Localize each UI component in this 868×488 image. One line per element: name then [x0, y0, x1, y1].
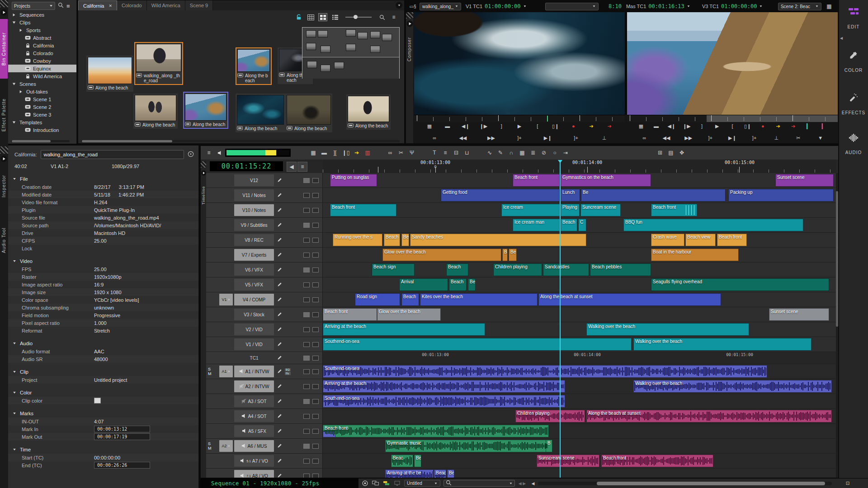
- timeline-clip[interactable]: Beach pebbles: [590, 263, 651, 276]
- track-select-button[interactable]: V10 / Notes: [234, 204, 274, 216]
- bin-tab-wild-america[interactable]: Wild America: [147, 0, 185, 10]
- property-value[interactable]: 00:00:17:19: [94, 433, 150, 440]
- extend-out-icon[interactable]: ]+: [514, 134, 525, 142]
- target-icon[interactable]: [188, 151, 194, 158]
- timeline-clip[interactable]: Be: [447, 469, 454, 478]
- bin-clip-tile[interactable]: Along the beach: [346, 94, 391, 130]
- track-header-v3[interactable]: V3 / Stock: [206, 307, 323, 322]
- track-clips-v10[interactable]: Beach frontIce creamPlayingSuncream scen…: [323, 203, 836, 217]
- mark-out-icon[interactable]: ]: [697, 122, 708, 130]
- track-header-a4[interactable]: A4 / SOT: [206, 409, 323, 423]
- source-clip-dropdown[interactable]: walking_along_: [420, 3, 461, 10]
- panel-play-button[interactable]: [0, 155, 8, 163]
- text-tool-icon[interactable]: T: [429, 148, 440, 158]
- timeline-clip[interactable]: B: [502, 249, 508, 261]
- sidebar-item-edit[interactable]: EDIT: [839, 7, 868, 29]
- pen-icon[interactable]: ✎: [495, 148, 506, 158]
- pencil-icon[interactable]: [275, 382, 283, 390]
- timeline-clip[interactable]: Suncream scene: [580, 204, 621, 216]
- timeline-clip[interactable]: Arriving at the beach: [323, 323, 485, 336]
- track-select-button[interactable]: A2 / INTVW: [234, 380, 274, 392]
- split-icon[interactable]: Ψ: [406, 148, 417, 158]
- timeline-clip[interactable]: Glow over the beach: [382, 249, 501, 261]
- timeline-clip[interactable]: BBQ fun: [623, 219, 803, 231]
- timeline-clip[interactable]: Getting food: [441, 189, 560, 202]
- bin-overview-window[interactable]: [302, 27, 400, 79]
- timeline-clip[interactable]: Arriving at the beach: [323, 380, 565, 393]
- collapse-arrow-icon[interactable]: ◀: [840, 36, 843, 40]
- source-patch-button[interactable]: A2: [219, 440, 233, 452]
- track-select-button[interactable]: V2 / VID: [234, 324, 274, 335]
- timeline-clip[interactable]: Sunset scene: [769, 308, 829, 321]
- link-icon[interactable]: ∞: [429, 134, 440, 142]
- timecode-ruler[interactable]: 00:01:13:00000:01:14:0000:01:15:00: [323, 160, 836, 173]
- timeline-clip[interactable]: Beach front: [513, 174, 560, 187]
- waveform-toggle[interactable]: [312, 327, 319, 332]
- pencil-icon[interactable]: [275, 325, 283, 333]
- track-select-button[interactable]: 5.1A7 / VO: [234, 455, 274, 467]
- track-header-a8[interactable]: 7.1A8 / VO: [206, 469, 323, 478]
- tree-item-scene-3[interactable]: Scene 3: [8, 111, 76, 118]
- track-clips-a7[interactable]: BeacBeSunscream sceneBeach front: [323, 454, 836, 468]
- monitor-toggle[interactable]: [303, 399, 310, 404]
- track-select-button[interactable]: V5 / VFX: [234, 279, 274, 291]
- tree-item-clips[interactable]: Clips: [8, 19, 76, 26]
- splice-in-icon[interactable]: ➔: [586, 122, 597, 130]
- pencil-icon[interactable]: [275, 367, 283, 375]
- tree-item-cowboy[interactable]: Cowboy: [8, 57, 76, 65]
- waveform-toggle[interactable]: [312, 267, 319, 272]
- pencil-icon[interactable]: [275, 472, 283, 478]
- pencil-icon[interactable]: [275, 457, 283, 465]
- next-edit-icon[interactable]: ▶❙: [542, 134, 553, 142]
- dock-icon[interactable]: ⊔: [462, 148, 472, 158]
- source-patch-button[interactable]: A1: [219, 366, 233, 377]
- grid-icon[interactable]: ▦: [824, 3, 834, 9]
- track-header-a2[interactable]: A2 / INTVW: [206, 379, 323, 394]
- scroll-left-button[interactable]: ◀: [530, 480, 536, 487]
- timeline-clip[interactable]: Walking over the beach: [633, 380, 832, 393]
- playhead[interactable]: [560, 161, 561, 478]
- track-header-v1[interactable]: V1 / VID: [206, 337, 323, 352]
- track-clips-a1[interactable]: Southend-on-sea: [323, 364, 836, 379]
- waveform-toggle[interactable]: [312, 178, 319, 183]
- waveform-toggle[interactable]: [312, 429, 319, 434]
- pencil-icon[interactable]: [275, 251, 283, 259]
- play-icon[interactable]: ▶: [712, 122, 722, 130]
- track-clips-v1[interactable]: Southend-on-seaWalking over the beach: [323, 337, 836, 352]
- waveform-toggle[interactable]: [312, 312, 319, 317]
- timeline-clip[interactable]: Walking over the beach: [633, 338, 811, 351]
- collapse-icon[interactable]: ⊟: [451, 148, 462, 158]
- waveform-toggle[interactable]: [312, 193, 319, 198]
- track-select-button[interactable]: V6 / VFX: [234, 264, 274, 276]
- monitor-toggle[interactable]: [303, 282, 310, 287]
- monitor-toggle[interactable]: [303, 474, 310, 478]
- grid-icon[interactable]: ▦: [636, 122, 646, 130]
- scene-dropdown[interactable]: Scene 2: Beac: [778, 3, 821, 10]
- track-header-a7[interactable]: 5.1A7 / VO: [206, 454, 323, 468]
- pencil-icon[interactable]: [275, 296, 283, 304]
- master-timecode-menu[interactable]: Mas TC100:01:16:13: [626, 3, 698, 9]
- monitor-toggle[interactable]: [303, 253, 310, 258]
- track-select-button[interactable]: A6 / MUS: [234, 440, 274, 452]
- add-marker-pink-icon[interactable]: ▎: [818, 122, 829, 130]
- timeline-clip[interactable]: Gymnastic music: [385, 440, 549, 452]
- grid-icon[interactable]: ▦: [424, 122, 435, 130]
- track-clips-v11[interactable]: Getting foodLunchBePacking up: [323, 188, 836, 202]
- timeline-clip[interactable]: Beach: [446, 263, 468, 276]
- tree-item-out-takes[interactable]: Out-takes: [8, 88, 76, 95]
- bin-clip-tile[interactable]: Along the beach: [86, 56, 133, 92]
- monitor-toggle[interactable]: [303, 356, 310, 361]
- monitor-toggle[interactable]: [303, 444, 310, 449]
- timeline-clip[interactable]: Beach front: [651, 204, 697, 216]
- track-header-tc1[interactable]: TC1: [206, 352, 323, 364]
- monitor-toggle[interactable]: [303, 429, 310, 434]
- inspector-section-video[interactable]: Video: [8, 256, 198, 265]
- track-select-button[interactable]: V1 / VID: [234, 338, 274, 350]
- timeline-clip[interactable]: Beach: [561, 219, 577, 231]
- bin-clip-tile[interactable]: Along the beach: [236, 47, 272, 85]
- scissors-icon[interactable]: ✂: [793, 134, 804, 142]
- bin-clip-tile[interactable]: Along the beach: [285, 94, 332, 132]
- center-dropdown[interactable]: [545, 3, 599, 10]
- focus-button[interactable]: ◀: [287, 162, 297, 172]
- rewind-icon[interactable]: ◀◀: [661, 134, 672, 142]
